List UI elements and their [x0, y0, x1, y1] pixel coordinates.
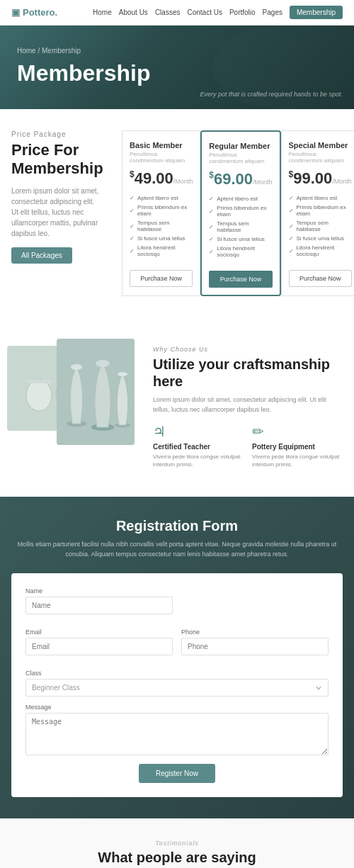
equipment-desc: Viverra pede litora congue volutpat inte… [252, 453, 343, 468]
nav-pages[interactable]: Pages [263, 9, 282, 16]
equipment-icon: ✏ [252, 423, 343, 440]
form-group-phone: Phone [181, 629, 329, 655]
nav-classes[interactable]: Classes [155, 9, 181, 16]
pricing-grid: Basic Member Penultimus condimentum aliq… [122, 130, 354, 296]
form-description: Mollis etiam parturient facilisi nulla n… [11, 540, 343, 559]
hero-tagline: Every pot that is crafted required hands… [200, 91, 343, 98]
registration-section: Registration Form Mollis etiam parturien… [0, 497, 354, 818]
logo-text: Pottero. [23, 7, 57, 18]
why-feature-equipment: ✏ Pottery Equipment Viverra pede litora … [252, 423, 343, 468]
form-title: Registration Form [11, 518, 343, 534]
teacher-desc: Viverra pede litora congue volutpat inte… [153, 453, 244, 468]
email-input[interactable] [25, 638, 173, 655]
equipment-title: Pottery Equipment [252, 443, 343, 451]
form-group-email: Email [25, 629, 173, 655]
class-label: Class [25, 670, 329, 677]
pricing-description: Lorem ipsum dolor sit amet, consectetur … [11, 186, 103, 239]
form-row-name-email: Name [25, 587, 329, 621]
teacher-icon: ♃ [153, 423, 244, 440]
name-input[interactable] [25, 597, 173, 614]
purchase-button-special[interactable]: Purchase Now [289, 270, 352, 287]
nav-links: Home About Us Classes Contact Us Portfol… [93, 6, 343, 19]
why-section: Why Choose Us Utilize your craftsmanship… [0, 317, 354, 497]
why-feature-teacher: ♃ Certified Teacher Viverra pede litora … [153, 423, 244, 468]
pricing-label: Price Package [11, 130, 103, 138]
plan-name-special: Special Member [289, 141, 352, 150]
why-description: Lorem ipsum dolor sit amet, consectetur … [153, 395, 343, 415]
pricing-layout: Price Package Price For Membership Lorem… [11, 130, 343, 296]
why-layout: Why Choose Us Utilize your craftsmanship… [0, 332, 354, 483]
logo-icon: ▣ [11, 7, 20, 18]
feature-item: Tempus sem habitasse [289, 218, 352, 234]
feature-item: Litora hendrerit sociosqu [130, 243, 193, 259]
feature-item: Aptent libero est [289, 193, 352, 203]
pricing-card-basic: Basic Member Penultimus condimentum aliq… [122, 130, 200, 296]
feature-item: Tempus sem habitasse [209, 219, 272, 235]
why-title: Utilize your craftsmanship here [153, 356, 343, 390]
email-label: Email [25, 629, 173, 636]
why-features-grid: ♃ Certified Teacher Viverra pede litora … [153, 423, 343, 468]
plan-name-regular: Regular Member [209, 142, 272, 150]
testimonials-title: What people are saying [11, 850, 343, 866]
plan-subtitle-special: Penultimus condimentum aliquam [289, 151, 352, 164]
feature-item: Tempus sem habitasse [130, 218, 193, 234]
why-images [0, 332, 142, 459]
purchase-button-regular[interactable]: Purchase Now [209, 271, 272, 288]
form-row-email-phone: Email Phone [25, 629, 329, 663]
svg-point-11 [118, 372, 127, 376]
pricing-card-special: Special Member Penultimus condimentum al… [281, 130, 354, 296]
feature-item: Primis bibendum ex etiam [209, 203, 272, 219]
feature-item: Si fusce urna tellus [130, 234, 193, 243]
class-select[interactable]: Beginner ClassIntermediate ClassAdvanced… [25, 679, 329, 697]
testimonials-label: Testimonials [11, 840, 343, 847]
feature-item: Litora hendrerit sociosqu [209, 244, 272, 259]
svg-point-1 [26, 380, 52, 411]
nav-portfolio[interactable]: Portfolio [229, 9, 256, 16]
nav-membership-button[interactable]: Membership [290, 6, 343, 19]
hero-section: Home / Membership Membership Every pot t… [0, 26, 354, 109]
feature-item: Litora hendrerit sociosqu [289, 243, 352, 259]
feature-item: Aptent libero est [209, 194, 272, 203]
nav-about[interactable]: About Us [119, 9, 148, 16]
svg-point-7 [71, 364, 82, 370]
plan-features-regular: Aptent libero est Primis bibendum ex eti… [209, 194, 272, 259]
pricing-section: Price Package Price For Membership Lorem… [0, 109, 354, 317]
plan-price-basic: $49.00/Month [130, 169, 193, 188]
plan-features-special: Aptent libero est Primis bibendum ex eti… [289, 193, 352, 259]
phone-input[interactable] [181, 638, 329, 655]
all-packages-button[interactable]: All Packages [11, 247, 72, 264]
navbar: ▣ Pottero. Home About Us Classes Contact… [0, 0, 354, 26]
testimonials-section: Testimonials What people are saying Lore… [0, 818, 354, 868]
register-button[interactable]: Register Now [139, 764, 215, 783]
feature-item: Si fusce urna tellus [289, 234, 352, 243]
form-group-name: Name [25, 587, 173, 614]
nav-contact[interactable]: Contact Us [187, 9, 222, 16]
svg-point-9 [96, 360, 110, 367]
feature-item: Primis bibendum ex etiam [289, 203, 352, 218]
svg-rect-2 [26, 380, 52, 383]
pricing-title: Price For Membership [11, 141, 103, 179]
form-group-message: Message [25, 704, 329, 755]
feature-item: Aptent libero est [130, 193, 193, 203]
name-label: Name [25, 587, 173, 594]
why-label: Why Choose Us [153, 346, 343, 353]
form-group-class: Class Beginner ClassIntermediate ClassAd… [25, 670, 329, 697]
why-content: Why Choose Us Utilize your craftsmanship… [142, 332, 354, 483]
nav-home[interactable]: Home [93, 9, 112, 16]
pricing-intro: Price Package Price For Membership Lorem… [11, 130, 103, 264]
message-textarea[interactable] [25, 713, 329, 755]
form-card: Name Email Phone Class Beginner ClassInt… [11, 573, 343, 797]
plan-subtitle-basic: Penultimus condimentum aliquam [130, 151, 193, 164]
plan-features-basic: Aptent libero est Primis bibendum ex eti… [130, 193, 193, 259]
feature-item: Primis bibendum ex etiam [130, 203, 193, 218]
plan-subtitle-regular: Penultimus condimentum aliquam [209, 152, 272, 164]
phone-label: Phone [181, 629, 329, 636]
pottery-vases-image [57, 339, 135, 445]
purchase-button-basic[interactable]: Purchase Now [130, 270, 193, 287]
plan-name-basic: Basic Member [130, 141, 193, 150]
pricing-card-regular: Regular Member Penultimus condimentum al… [200, 130, 280, 296]
plan-price-regular: $69.00/Month [209, 170, 272, 188]
message-label: Message [25, 704, 329, 711]
feature-item: Si fusce urna tellus [209, 235, 272, 244]
teacher-title: Certified Teacher [153, 443, 244, 451]
